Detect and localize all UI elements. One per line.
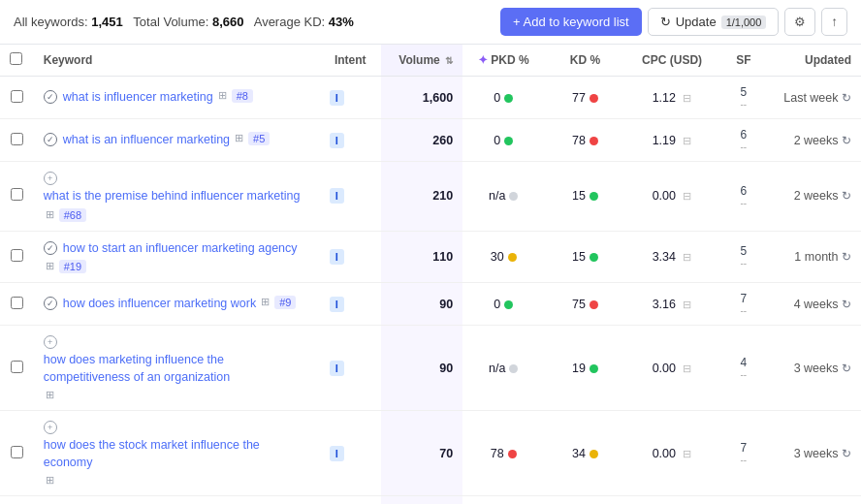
sf-cell: 4--: [718, 496, 769, 505]
volume-column-header[interactable]: Volume ⇅: [381, 45, 462, 77]
keyword-link[interactable]: what is influencer marketing: [63, 89, 213, 107]
serp-icon[interactable]: ⊟: [683, 190, 691, 203]
intent-badge-i: I: [330, 446, 344, 461]
keyword-link[interactable]: how to start an influencer marketing age…: [63, 240, 298, 258]
serp-icon[interactable]: ⊟: [683, 448, 691, 460]
row-checkbox[interactable]: [11, 249, 23, 262]
pkd-dot: [508, 450, 517, 458]
kd-value: 78: [572, 134, 586, 147]
updated-value: 2 weeks: [794, 134, 839, 147]
table-row: ✓what is influencer marketing⊞#8I1,60007…: [0, 77, 861, 119]
table-row: +what is the premise behind influencer m…: [0, 162, 861, 232]
refresh-icon[interactable]: ↻: [842, 447, 851, 460]
cpc-cell: 1.12 ⊟: [626, 77, 718, 119]
keyword-link[interactable]: how does marketing influence the competi…: [44, 352, 310, 386]
pkd-column-header[interactable]: ✦ PKD %: [462, 45, 544, 77]
sf-dash: --: [727, 198, 759, 208]
row-checkbox-cell: [0, 283, 34, 326]
table-row: +how does the stock market influence the…: [0, 411, 861, 496]
sf-cell: 5--: [718, 231, 769, 283]
kd-dot: [590, 137, 598, 145]
cpc-column-header[interactable]: CPC (USD): [626, 45, 718, 77]
pkd-value: 0: [494, 298, 500, 311]
pkd-value: 0: [494, 134, 500, 147]
row-checkbox[interactable]: [11, 90, 23, 103]
intent-badge-i: I: [330, 133, 344, 148]
keyword-link[interactable]: what is an influencer marketing: [63, 132, 230, 149]
page-icon: ⊞: [46, 474, 54, 487]
select-all-header[interactable]: [0, 45, 34, 77]
position-tag: #9: [274, 296, 296, 309]
updated-column-header[interactable]: Updated: [769, 45, 861, 77]
stats-text: All keywords: 1,451 Total Volume: 8,660 …: [14, 15, 494, 29]
check-icon: ✓: [44, 90, 57, 104]
kd-cell: 78: [544, 119, 625, 162]
check-icon: ✓: [44, 241, 57, 255]
serp-icon[interactable]: ⊟: [683, 92, 691, 105]
updated-cell: 3 weeks ↻: [769, 411, 861, 496]
refresh-icon[interactable]: ↻: [842, 362, 851, 375]
pkd-value: n/a: [489, 189, 505, 203]
row-checkbox[interactable]: [11, 188, 23, 201]
volume-cell: 110: [381, 231, 462, 283]
update-button[interactable]: ↻ Update 1/1,000: [648, 8, 780, 36]
position-tag: #68: [59, 208, 86, 222]
row-checkbox[interactable]: [11, 361, 23, 373]
volume-cell: 90: [381, 283, 462, 326]
table-row: ✓how does influencer marketing work⊞#9I9…: [0, 283, 861, 326]
cpc-cell: 0.00 ⊟: [626, 162, 718, 232]
check-icon: ✓: [44, 297, 57, 310]
volume-cell: 90: [381, 326, 462, 411]
row-checkbox-cell: [0, 496, 34, 505]
intent-column-header[interactable]: Intent: [320, 45, 381, 77]
updated-cell: 4 weeks ↻: [769, 283, 861, 326]
kd-cell: 75: [544, 283, 625, 326]
refresh-icon[interactable]: ↻: [842, 134, 851, 147]
sf-dash: --: [727, 99, 759, 110]
cpc-value: 1.12: [653, 91, 676, 105]
settings-button[interactable]: ⚙: [784, 8, 815, 36]
keyword-link[interactable]: how does the stock market influence the …: [44, 437, 310, 471]
intent-cell: I: [320, 162, 381, 232]
kd-dot: [590, 450, 598, 458]
kd-value: 77: [572, 91, 586, 105]
sf-cell: 7--: [718, 411, 769, 496]
row-checkbox[interactable]: [11, 297, 23, 309]
refresh-icon[interactable]: ↻: [842, 250, 851, 264]
sf-value: 5: [740, 244, 747, 258]
keyword-link[interactable]: how does influencer marketing work: [63, 296, 256, 313]
serp-icon[interactable]: ⊟: [683, 251, 691, 264]
keyword-column-header[interactable]: Keyword: [34, 45, 320, 77]
export-button[interactable]: ↑: [821, 8, 847, 36]
sf-cell: 5--: [718, 77, 769, 119]
pkd-cell: n/a: [462, 162, 544, 232]
sf-cell: 6--: [718, 162, 769, 232]
add-to-keyword-list-button[interactable]: + Add to keyword list: [500, 8, 642, 36]
updated-value: 2 weeks: [794, 189, 839, 203]
keyword-link[interactable]: what is the premise behind influencer ma…: [44, 188, 301, 205]
sf-value: 7: [740, 441, 747, 455]
page-icon: ⊞: [46, 208, 54, 221]
sf-cell: 4--: [718, 326, 769, 411]
row-checkbox-cell: [0, 119, 34, 162]
serp-icon[interactable]: ⊟: [683, 135, 691, 147]
pkd-cell: 30: [462, 231, 544, 283]
kd-dot: [590, 364, 598, 373]
kd-value: 15: [572, 250, 586, 264]
cpc-value: 0.00: [653, 447, 676, 460]
select-all-checkbox[interactable]: [10, 52, 22, 65]
serp-icon[interactable]: ⊟: [683, 299, 691, 311]
sf-column-header[interactable]: SF: [718, 45, 769, 77]
update-count-badge: 1/1,000: [721, 16, 767, 29]
serp-icon[interactable]: ⊟: [683, 362, 691, 375]
refresh-icon[interactable]: ↻: [842, 189, 851, 203]
row-checkbox[interactable]: [11, 133, 23, 145]
refresh-icon[interactable]: ↻: [842, 298, 851, 311]
all-keywords-count: 1,451: [91, 15, 123, 29]
kd-column-header[interactable]: KD %: [544, 45, 625, 77]
pkd-dot: [509, 364, 518, 373]
row-checkbox[interactable]: [11, 446, 23, 458]
refresh-icon[interactable]: ↻: [842, 91, 851, 105]
sf-dash: --: [727, 305, 759, 316]
table-row: +how does marketing influence the compet…: [0, 326, 861, 411]
